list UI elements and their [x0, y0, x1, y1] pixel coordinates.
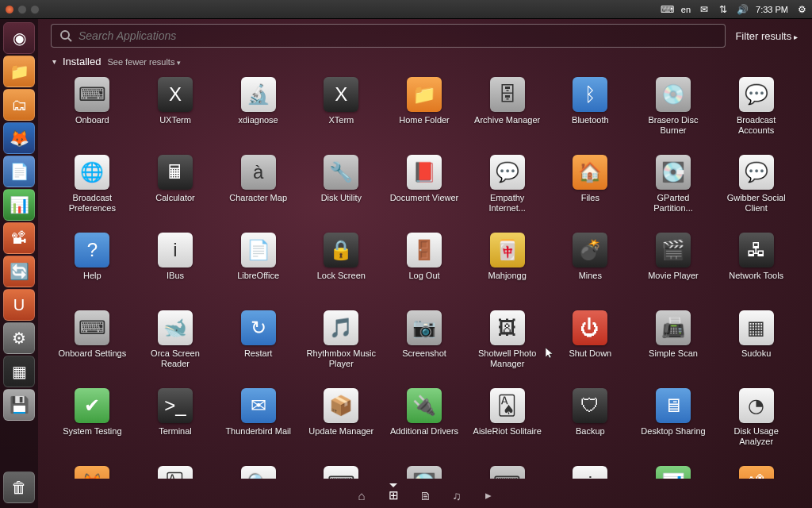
lens-music-icon[interactable]: ♫ — [450, 488, 464, 502]
app-desktop-sharing[interactable]: 🖥Desktop Sharing — [632, 385, 715, 461]
app-mahjongg[interactable]: 🀄Mahjongg — [465, 229, 549, 306]
app-files[interactable]: 🏠Files — [549, 152, 632, 228]
app-broadcast-preferences[interactable]: 🌐Broadcast Preferences — [51, 152, 134, 228]
app-update-manager[interactable]: 📦Update Manager — [300, 385, 383, 461]
app-icon: ✉ — [241, 388, 276, 423]
app-archive-manager[interactable]: 🗄Archive Manager — [465, 74, 549, 150]
app-rhythmbox-music-player[interactable]: 🎵Rhythmbox Music Player — [300, 307, 383, 383]
app-row49[interactable]: 💽 — [383, 463, 466, 479]
app-xdiagnose[interactable]: 🔬xdiagnose — [216, 74, 300, 150]
section-title: Installed — [63, 56, 101, 67]
clock-label[interactable]: 7:33 PM — [756, 5, 788, 14]
app-shotwell-photo-manager[interactable]: 🖼Shotwell Photo Manager — [465, 307, 549, 383]
search-input[interactable] — [79, 29, 717, 42]
lens-home-icon[interactable]: ⌂ — [354, 488, 369, 502]
app-icon: ⌨ — [75, 310, 109, 345]
app-backup[interactable]: 🛡Backup — [549, 385, 632, 461]
search-box[interactable] — [51, 24, 726, 48]
launcher-item-software-updater[interactable]: 🔄 — [3, 256, 35, 287]
app-additional-drivers[interactable]: 🔌Additional Drivers — [383, 385, 466, 461]
launcher-item-writer[interactable]: 📄 — [3, 156, 35, 187]
see-fewer-results-link[interactable]: See fewer results — [107, 57, 181, 67]
expand-toggle-icon[interactable]: ▾ — [52, 57, 56, 66]
app-home-folder[interactable]: 📁Home Folder — [383, 74, 466, 150]
app-terminal[interactable]: >_Terminal — [134, 385, 217, 461]
app-onboard-settings[interactable]: ⌨Onboard Settings — [51, 307, 134, 383]
app-label: Update Manager — [308, 426, 373, 437]
app-bluetooth[interactable]: ᛒBluetooth — [549, 74, 632, 150]
app-uxterm[interactable]: XUXTerm — [134, 74, 217, 150]
app-shut-down[interactable]: ⏻Shut Down — [549, 307, 632, 383]
app-disk-utility[interactable]: 🔧Disk Utility — [300, 152, 383, 228]
filter-results-button[interactable]: Filter results — [735, 30, 798, 42]
launcher-item-nautilus[interactable]: 🗂 — [3, 89, 35, 121]
app-simple-scan[interactable]: 📠Simple Scan — [632, 307, 715, 383]
app-screenshot[interactable]: 📷Screenshot — [383, 307, 466, 383]
session-gear-icon[interactable]: ⚙ — [796, 4, 807, 15]
app-row50[interactable]: ⌨ — [465, 463, 549, 479]
app-row46[interactable]: 🂱 — [134, 463, 217, 479]
app-movie-player[interactable]: 🎬Movie Player — [632, 229, 715, 306]
input-language-label[interactable]: en — [681, 5, 691, 14]
launcher-item-trash[interactable]: 🗑 — [3, 471, 35, 503]
app-disk-usage-analyzer[interactable]: ◔Disk Usage Analyzer — [714, 385, 798, 461]
app-thunderbird-mail[interactable]: ✉Thunderbird Mail — [216, 385, 300, 461]
app-gparted-partition[interactable]: 💽GParted Partition... — [632, 152, 715, 228]
app-row45[interactable]: 🦊 — [51, 463, 134, 479]
app-empathy-internet[interactable]: 💬Empathy Internet... — [465, 152, 549, 228]
app-row52[interactable]: 📊 — [632, 463, 715, 479]
app-sudoku[interactable]: ▦Sudoku — [714, 307, 798, 383]
app-ibus[interactable]: iIBus — [134, 229, 217, 306]
app-document-viewer[interactable]: 📕Document Viewer — [383, 152, 466, 228]
keyboard-indicator-icon[interactable]: ⌨ — [662, 4, 673, 15]
window-maximize-button[interactable] — [30, 5, 40, 14]
app-label: Simple Scan — [649, 348, 698, 359]
launcher-item-ubuntu-dash[interactable]: ◉ — [3, 22, 35, 54]
launcher-item-software-center[interactable]: U — [3, 289, 35, 321]
app-icon: 💬 — [739, 155, 774, 190]
app-network-tools[interactable]: 🖧Network Tools — [714, 229, 798, 306]
window-minimize-button[interactable] — [17, 5, 27, 14]
app-aisleriot-solitaire[interactable]: 🂡AisleRiot Solitaire — [465, 385, 549, 461]
app-libreoffice[interactable]: 📄LibreOffice — [216, 229, 300, 306]
launcher-item-home-folder[interactable]: 📁 — [3, 56, 35, 87]
app-label: Home Folder — [399, 115, 450, 125]
network-icon[interactable]: ⇅ — [718, 4, 729, 15]
app-help[interactable]: ?Help — [51, 229, 134, 306]
app-row53[interactable]: 📽 — [714, 463, 798, 479]
app-gwibber-social-client[interactable]: 💬Gwibber Social Client — [714, 152, 798, 228]
app-mines[interactable]: 💣Mines — [549, 229, 632, 306]
launcher-item-calc[interactable]: 📊 — [3, 189, 35, 221]
lens-applications-icon[interactable]: ⊞ — [386, 488, 400, 502]
app-lock-screen[interactable]: 🔒Lock Screen — [300, 229, 383, 306]
messages-icon[interactable]: ✉ — [699, 4, 710, 15]
launcher-item-impress[interactable]: 📽 — [3, 222, 35, 254]
lens-video-icon[interactable]: ▸ — [481, 488, 496, 502]
app-system-testing[interactable]: ✔System Testing — [51, 385, 134, 461]
app-row51[interactable]: i — [549, 463, 632, 479]
app-onboard[interactable]: ⌨Onboard — [51, 74, 134, 150]
app-xterm[interactable]: XXTerm — [300, 74, 383, 150]
app-calculator[interactable]: 🖩Calculator — [134, 152, 217, 228]
app-icon: 💽 — [407, 466, 442, 479]
volume-icon[interactable]: 🔊 — [737, 4, 748, 15]
window-close-button[interactable] — [5, 5, 14, 14]
app-icon: 🔒 — [324, 233, 358, 267]
app-label: Calculator — [155, 193, 195, 203]
app-icon: 🦊 — [75, 466, 109, 479]
app-orca-screen-reader[interactable]: 🐋Orca Screen Reader — [134, 307, 217, 383]
app-row47[interactable]: 🔍 — [216, 463, 300, 479]
launcher-item-workspace-switcher[interactable]: ▦ — [3, 356, 35, 387]
app-restart[interactable]: ↻Restart — [216, 307, 300, 383]
lens-files-icon[interactable]: 🗎 — [418, 488, 432, 502]
app-character-map[interactable]: àCharacter Map — [216, 152, 300, 228]
app-row48[interactable]: ⌨ — [300, 463, 383, 479]
app-log-out[interactable]: 🚪Log Out — [383, 229, 466, 306]
installed-section-header: ▾ Installed See fewer results — [52, 56, 798, 67]
app-label: Terminal — [159, 426, 192, 437]
app-broadcast-accounts[interactable]: 💬Broadcast Accounts — [714, 74, 798, 150]
launcher-item-firefox[interactable]: 🦊 — [3, 122, 35, 154]
launcher-item-system-settings[interactable]: ⚙ — [3, 322, 35, 354]
launcher-item-mounted-drive[interactable]: 💾 — [3, 389, 35, 421]
app-brasero-disc-burner[interactable]: 💿Brasero Disc Burner — [632, 74, 715, 150]
